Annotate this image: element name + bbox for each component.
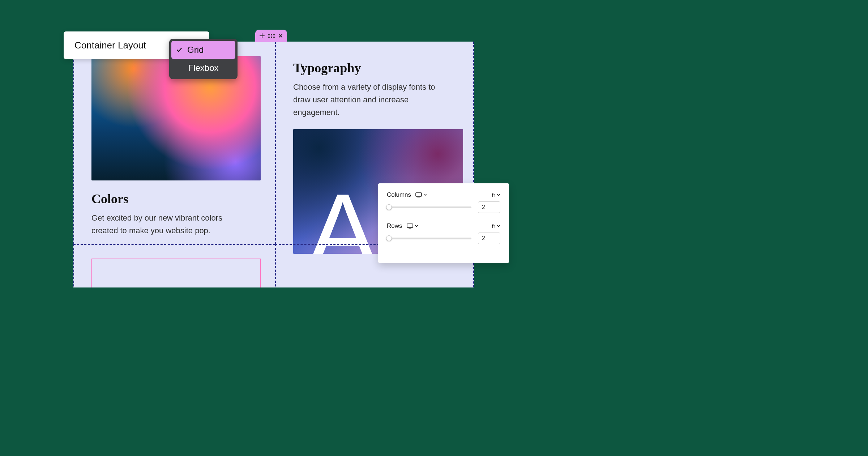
chevron-down-icon [415,224,418,228]
colors-heading: Colors [91,191,261,206]
drag-grip-icon[interactable] [268,34,275,38]
layout-dropdown: Grid Flexbox [169,39,238,79]
desktop-icon [407,223,413,229]
rows-device-button[interactable] [407,223,418,229]
check-icon [175,47,184,53]
typography-heading: Typography [293,60,463,76]
columns-row: Columns fr [387,191,500,199]
rows-value-input[interactable] [478,233,500,244]
columns-unit-label: fr [492,192,495,198]
layout-option-flexbox[interactable]: Flexbox [171,59,235,77]
rows-label: Rows [387,222,402,230]
columns-value-input[interactable] [478,201,500,213]
close-icon[interactable] [278,34,283,38]
chevron-down-icon [497,193,500,197]
columns-device-button[interactable] [415,192,427,197]
layout-option-flexbox-label: Flexbox [188,63,218,73]
plus-icon[interactable] [260,33,265,38]
columns-slider[interactable] [387,206,471,208]
colors-body: Get excited by our new vibrant colors cr… [91,212,251,237]
svg-rect-1 [407,224,413,227]
layout-option-grid-label: Grid [187,45,204,55]
chevron-down-icon [423,193,427,197]
columns-slider-thumb[interactable] [386,204,392,210]
columns-unit-button[interactable]: fr [492,192,500,198]
chevron-down-icon [497,224,500,228]
rows-row: Rows fr [387,222,500,230]
columns-label: Columns [387,191,411,199]
columns-slider-row [387,201,500,213]
desktop-icon [415,192,422,197]
section-handle[interactable] [255,30,287,42]
cell-placeholder[interactable] [73,244,275,287]
rows-unit-label: fr [492,223,495,229]
drop-placeholder[interactable] [91,259,261,287]
container-layout-title: Container Layout [74,40,146,51]
rows-slider[interactable] [387,238,471,239]
rows-unit-button[interactable]: fr [492,223,500,229]
grid-dimensions-panel: Columns fr Rows fr [378,183,509,263]
typography-body: Choose from a variety of display fonts t… [293,81,452,119]
rows-slider-thumb[interactable] [386,235,392,241]
svg-rect-0 [416,193,422,196]
layout-option-grid[interactable]: Grid [171,41,235,59]
rows-slider-row [387,233,500,244]
